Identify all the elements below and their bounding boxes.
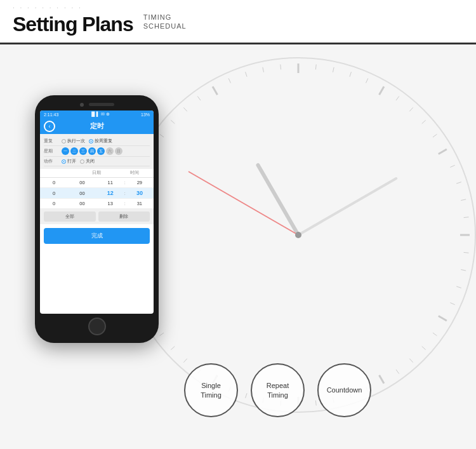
svg-line-17: [461, 269, 466, 271]
day-tue[interactable]: 二: [70, 147, 78, 155]
date-cell-3b: 00: [68, 199, 96, 208]
header-subtitle: TIMING SCHEDUAL: [143, 13, 187, 30]
repeat-row: 重复 执行一次 按周重复: [44, 137, 150, 146]
day-sat[interactable]: 六: [106, 147, 114, 155]
feature-single-line1: Single: [201, 381, 221, 390]
back-button[interactable]: ‹: [44, 121, 55, 132]
action-label: 动作: [44, 158, 62, 164]
day-label: 星期: [44, 148, 62, 154]
date-cell-2b: 00: [68, 189, 96, 198]
svg-line-53: [183, 107, 187, 111]
svg-line-5: [380, 86, 385, 95]
date-col-header: [40, 170, 59, 176]
repeat-once-radio[interactable]: [62, 139, 66, 144]
date-cell-1b: 00: [68, 178, 96, 187]
feature-countdown-line1: Countdown: [327, 385, 362, 394]
repeat-once-option[interactable]: 执行一次: [62, 138, 85, 144]
svg-line-52: [171, 120, 175, 123]
status-bar: 2:11:43 ▐▌▌ ✉ ⊕ 13%: [40, 111, 154, 118]
time-cell-1m: 29: [126, 178, 154, 187]
home-button[interactable]: [88, 318, 106, 335]
action-on-label: 打开: [67, 159, 76, 164]
repeat-weekly-radio[interactable]: [89, 139, 93, 144]
time-row-1: 0 00 11 : 29: [40, 178, 154, 188]
clock-center-dot: [295, 232, 301, 238]
feature-circles-container: Single Timing Repeat Timing Countdown: [184, 363, 371, 417]
svg-line-10: [439, 149, 447, 154]
back-icon: ‹: [49, 123, 51, 130]
svg-line-9: [433, 134, 437, 137]
action-on-option[interactable]: 打开: [62, 159, 76, 164]
repeat-weekly-label: 按周重复: [95, 138, 112, 144]
svg-line-39: [160, 333, 164, 336]
svg-line-18: [456, 286, 461, 288]
delete-button[interactable]: 删除: [98, 211, 150, 222]
all-button[interactable]: 全部: [44, 211, 96, 222]
time-row-2: 0 00 12 : 30: [40, 188, 154, 199]
svg-line-54: [197, 97, 201, 100]
status-signal: ▐▌▌ ✉ ⊕: [90, 112, 110, 117]
phone-camera: [80, 103, 84, 107]
svg-line-56: [228, 78, 230, 83]
phone-mockup: 2:11:43 ▐▌▌ ✉ ⊕ 13% ‹ 定时 重复 执行一次: [35, 95, 159, 343]
subtitle-line1: TIMING: [143, 13, 187, 22]
date-cell-2a: 0: [40, 189, 68, 198]
svg-line-2: [333, 67, 334, 72]
action-off-option[interactable]: 关闭: [80, 159, 95, 164]
svg-line-11: [450, 165, 454, 167]
phone-bottom: [40, 318, 154, 335]
repeat-weekly-option[interactable]: 按周重复: [89, 138, 112, 144]
time-cell-1h: 11: [96, 178, 124, 187]
time-cell-2m: 30: [126, 188, 154, 198]
svg-line-20: [439, 316, 447, 321]
svg-line-23: [409, 359, 413, 363]
svg-line-58: [263, 67, 264, 72]
feature-repeat-timing: Repeat Timing: [251, 363, 305, 417]
action-on-radio[interactable]: [62, 159, 66, 164]
day-thu[interactable]: 四: [88, 147, 96, 155]
date-col-header2: [59, 170, 78, 176]
feature-countdown: Countdown: [317, 363, 371, 417]
svg-line-8: [422, 120, 426, 123]
action-off-label: 关闭: [86, 159, 95, 164]
app-content: 重复 执行一次 按周重复 星期 一 二 三: [40, 134, 154, 169]
svg-line-21: [433, 333, 437, 336]
repeat-once-label: 执行一次: [67, 138, 85, 144]
svg-line-24: [396, 370, 399, 373]
day-fri[interactable]: 五: [97, 147, 105, 155]
status-time: 2:11:43: [44, 112, 58, 117]
done-button[interactable]: 完成: [44, 228, 150, 244]
day-wed[interactable]: 三: [79, 147, 87, 155]
svg-line-16: [464, 252, 469, 253]
action-off-radio[interactable]: [80, 159, 84, 164]
header-dots: . . . . . . . . . .: [13, 3, 83, 10]
svg-line-19: [450, 303, 454, 305]
time-table: 日期 时间 0 00 11 : 29 0 00 12 : 30: [40, 169, 154, 209]
svg-line-22: [422, 346, 426, 349]
svg-line-57: [246, 72, 247, 77]
svg-line-51: [160, 134, 164, 137]
phone-speaker: [89, 103, 114, 106]
day-row: 星期 一 二 三 四 五 六 日: [44, 146, 150, 157]
phone-body: 2:11:43 ▐▌▌ ✉ ⊕ 13% ‹ 定时 重复 执行一次: [35, 95, 159, 343]
date-cell-3a: 0: [40, 199, 68, 208]
feature-repeat-line2: Timing: [267, 391, 288, 399]
day-mon[interactable]: 一: [62, 147, 69, 155]
svg-line-59: [281, 64, 281, 69]
time-cell-2h: 12: [96, 188, 124, 198]
phone-screen: 2:11:43 ▐▌▌ ✉ ⊕ 13% ‹ 定时 重复 执行一次: [40, 111, 154, 314]
page-header: . . . . . . . . . . Setting Plans TIMING…: [0, 0, 476, 44]
feature-single-timing: Single Timing: [184, 363, 238, 417]
phone-top-area: [40, 103, 154, 107]
app-bottom-buttons: 全部 删除: [40, 209, 154, 224]
day-sun[interactable]: 日: [115, 147, 122, 155]
svg-line-3: [350, 72, 351, 77]
svg-line-4: [366, 78, 368, 83]
status-battery: 13%: [141, 112, 150, 117]
subtitle-line2: SCHEDUAL: [143, 22, 187, 30]
time-row-3: 0 00 13 : 31: [40, 199, 154, 209]
time-label: 时间: [116, 170, 154, 176]
svg-line-7: [409, 107, 413, 111]
repeat-label: 重复: [44, 138, 62, 144]
date-label: 日期: [78, 170, 116, 176]
